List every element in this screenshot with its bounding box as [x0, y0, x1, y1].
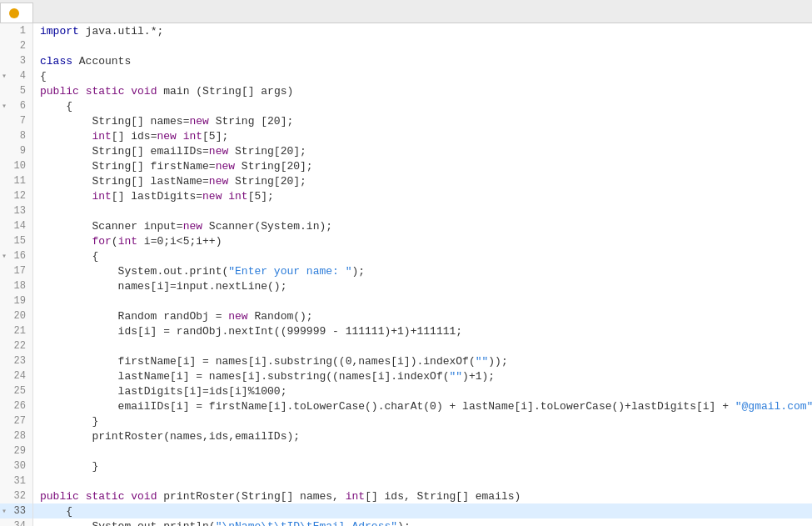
code-line: [33, 338, 812, 353]
code-line: String[] firstName=new String[20];: [33, 158, 812, 173]
token-string: "": [476, 355, 489, 368]
token-kw2: import: [40, 25, 79, 38]
token-kw: void: [131, 490, 157, 503]
token-plain: [5];: [202, 130, 228, 143]
code-line: }: [33, 458, 812, 473]
token-plain: [] ids=: [112, 130, 157, 143]
code-line: }: [33, 413, 812, 428]
line-number: 27: [0, 413, 32, 428]
line-number: 26: [0, 398, 32, 413]
token-plain: [40, 190, 92, 203]
token-kw: new: [209, 175, 228, 188]
code-line: System.out.print("Enter your name: ");: [33, 263, 812, 278]
token-kw: new: [216, 160, 235, 173]
token-plain: printRoster(names,ids,emailIDs);: [40, 430, 300, 443]
line-number: 1: [0, 23, 32, 38]
line-number: 31: [0, 473, 32, 488]
code-content[interactable]: import java.util.*;class Accounts{public…: [33, 23, 812, 526]
line-number: 28: [0, 428, 32, 443]
code-line: public static void printRoster(String[] …: [33, 488, 812, 503]
token-plain: [] ids, String[] emails): [365, 490, 521, 503]
code-lines: import java.util.*;class Accounts{public…: [33, 23, 812, 526]
line-number: 10: [0, 158, 32, 173]
token-plain: String[] emailIDs=: [40, 145, 209, 158]
line-number: 34: [0, 518, 32, 526]
token-plain: [222, 190, 228, 203]
token-plain: Random();: [248, 310, 313, 323]
code-line: firstName[i] = names[i].substring((0,nam…: [33, 353, 812, 368]
token-kw: public: [40, 85, 79, 98]
token-plain: String[20];: [235, 160, 313, 173]
line-number: 9: [0, 143, 32, 158]
code-line: for(int i=0;i<5;i++): [33, 233, 812, 248]
token-plain: String[] firstName=: [40, 160, 216, 173]
token-kw: new: [189, 115, 208, 128]
token-plain: names[i]=input.nextLine();: [40, 280, 286, 293]
code-line: Scanner input=new Scanner(System.in);: [33, 218, 812, 233]
code-line: import java.util.*;: [33, 23, 812, 38]
token-plain: }: [40, 415, 98, 428]
code-line: lastName[i] = names[i].substring((names[…: [33, 368, 812, 383]
token-kw: public: [40, 490, 79, 503]
token-plain: String[20];: [228, 175, 306, 188]
token-plain: )+1);: [462, 370, 495, 383]
line-number: 20: [0, 308, 32, 323]
editor-container: 1234567891011121314151617181920212223242…: [0, 0, 812, 526]
code-line: emailIDs[i] = firstName[i].toLowerCase()…: [33, 398, 812, 413]
line-number: 11: [0, 173, 32, 188]
token-kw: int: [183, 130, 202, 143]
token-plain: String[] names=: [40, 115, 189, 128]
token-kw: int: [118, 235, 137, 248]
token-plain: [40, 130, 92, 143]
line-number: 21: [0, 323, 32, 338]
token-kw: new: [183, 220, 202, 233]
token-kw: void: [131, 85, 157, 98]
token-plain: lastName[i] = names[i].substring((names[…: [40, 370, 449, 383]
token-kw: int: [92, 130, 111, 143]
code-line: String[] emailIDs=new String[20];: [33, 143, 812, 158]
token-kw: new: [228, 310, 247, 323]
java-file-icon: [9, 8, 19, 18]
token-plain: main (String[] args): [157, 85, 293, 98]
token-plain: [5];: [248, 190, 274, 203]
tab-bar: [0, 0, 812, 23]
file-tab[interactable]: [0, 3, 33, 23]
line-number: 12: [0, 188, 32, 203]
token-plain: System.out.println(: [40, 520, 216, 527]
code-line: {: [33, 248, 812, 263]
token-plain: {: [40, 505, 72, 518]
token-string: "@gmail.com": [735, 400, 812, 413]
token-kw: for: [92, 235, 111, 248]
token-plain: {: [40, 70, 47, 83]
token-plain: );: [351, 265, 365, 278]
token-kw2: class: [40, 55, 72, 68]
line-number: 33: [0, 503, 32, 518]
line-number: 16: [0, 248, 32, 263]
code-line: int[] ids=new int[5];: [33, 128, 812, 143]
line-number: 29: [0, 443, 32, 458]
line-number: 22: [0, 338, 32, 353]
code-line: [33, 443, 812, 458]
line-number: 7: [0, 113, 32, 128]
line-number: 15: [0, 233, 32, 248]
token-plain: [79, 85, 86, 98]
token-kw: static: [86, 85, 125, 98]
code-area: 1234567891011121314151617181920212223242…: [0, 23, 812, 526]
line-number: 3: [0, 53, 32, 68]
code-line: System.out.println("\nName\t\tID\tEmail …: [33, 518, 812, 526]
line-number: 24: [0, 368, 32, 383]
line-number: 6: [0, 98, 32, 113]
token-plain: emailIDs[i] = firstName[i].toLowerCase()…: [40, 400, 735, 413]
line-number: 5: [0, 83, 32, 98]
token-plain: Scanner(System.in);: [202, 220, 332, 233]
token-plain: {: [40, 100, 72, 113]
token-plain: (: [112, 235, 118, 248]
token-plain: printRoster(String[] names,: [157, 490, 345, 503]
line-number: 4: [0, 68, 32, 83]
code-line: [33, 203, 812, 218]
token-plain: [] lastDigits=: [112, 190, 202, 203]
line-number: 18: [0, 278, 32, 293]
token-plain: Accounts: [72, 55, 131, 68]
token-plain: [124, 85, 131, 98]
line-number: 23: [0, 353, 32, 368]
